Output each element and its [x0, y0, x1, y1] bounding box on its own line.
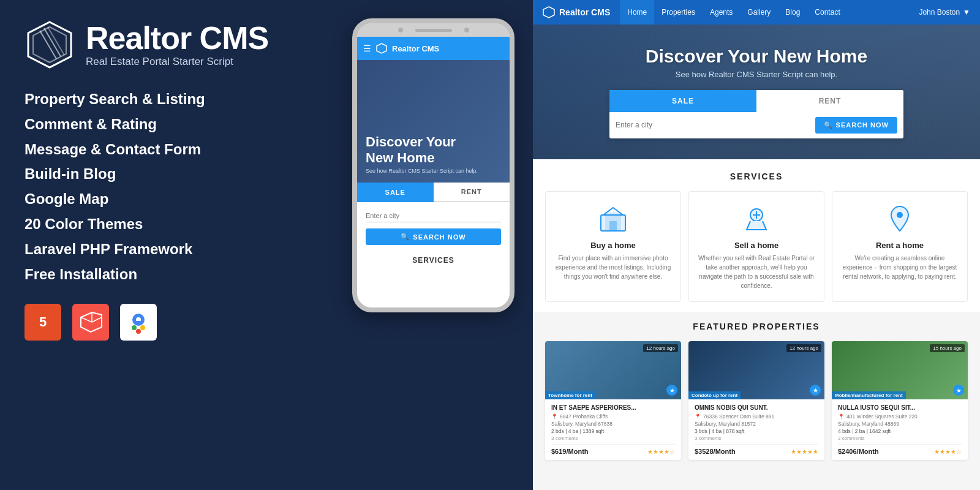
svg-point-19: [897, 212, 903, 218]
property-footer-2: $3528/Month ★★★★★: [695, 444, 818, 455]
site-search-icon: 🔍: [824, 121, 833, 129]
property-card-3[interactable]: Mobile/manufactured for rent 15 hours ag…: [832, 341, 968, 460]
feature-item: 20 Color Themes: [24, 212, 508, 237]
property-info-3: NULLA IUSTO SEQUI SIT... 📍 401 Winder Sq…: [832, 399, 968, 460]
location-icon: 📍: [551, 413, 558, 420]
nav-link-home[interactable]: Home: [620, 0, 654, 24]
feature-item: Build-in Blog: [24, 162, 508, 187]
site-logo-text: Realtor CMS: [559, 7, 610, 17]
site-hero-content: Discover Your New Home See how Realtor C…: [533, 46, 980, 138]
property-specs-1: 2 bds | 4 ba | 1389 sqft: [551, 428, 675, 434]
nav-link-agents[interactable]: Agents: [703, 0, 740, 24]
user-name: John Boston: [919, 8, 960, 17]
property-fav-3[interactable]: ★: [953, 385, 964, 396]
svg-point-8: [132, 325, 137, 330]
property-time-1: 12 hours ago: [643, 344, 678, 352]
property-specs-3: 4 bds | 2 ba | 1642 sqft: [838, 428, 962, 434]
rent-home-icon: [884, 203, 916, 235]
site-tab-sale[interactable]: SALE: [609, 90, 756, 112]
property-price-3: $2406/Month: [838, 448, 879, 455]
service-card-sell: Sell a home Whether you sell with Real E…: [688, 191, 824, 302]
site-tab-rent[interactable]: RENT: [756, 90, 903, 112]
logo-row: Realtor CMS Real Estate Portal Starter S…: [24, 20, 508, 70]
svg-marker-12: [543, 7, 554, 18]
site-city-input[interactable]: [616, 121, 810, 129]
property-address1-2: 📍 76336 Spencer Dam Suite 891: [695, 413, 818, 420]
service-rent-desc: We're creating a seamless online experie…: [841, 254, 959, 281]
service-rent-title: Rent a home: [841, 241, 959, 250]
property-stars-2: ★★★★★: [791, 448, 818, 455]
property-card-2[interactable]: Condoto up for rent 12 hours ago ★ OMNIS…: [688, 341, 824, 460]
site-navigation: Realtor CMS Home Properties Agents Galle…: [533, 0, 980, 24]
property-price-2: $3528/Month: [695, 448, 736, 455]
svg-marker-1: [33, 27, 66, 62]
property-address2-3: Salisbury, Maryland 48869: [838, 421, 962, 427]
property-name-1: IN ET SAEPE ASPERIORES...: [551, 404, 675, 411]
svg-line-4: [48, 27, 64, 55]
site-search-button[interactable]: 🔍 SEARCH NOW: [815, 117, 897, 134]
html5-icon: 5: [24, 304, 61, 341]
property-image-3: Mobile/manufactured for rent 15 hours ag…: [832, 341, 968, 399]
sell-home-icon: [741, 203, 772, 235]
buy-home-icon: [597, 203, 629, 235]
site-logo: Realtor CMS: [543, 6, 610, 18]
property-specs-2: 3 bds | 4 ba | 878 sqft: [695, 428, 818, 434]
nav-link-gallery[interactable]: Gallery: [740, 0, 778, 24]
property-card-1[interactable]: Townhome for rent 12 hours ago ★ IN ET S…: [545, 341, 681, 460]
site-search-box: SALE RENT 🔍 SEARCH NOW: [609, 90, 903, 138]
property-time-2: 12 hours ago: [786, 344, 821, 352]
property-info-2: OMNIS NOBIS QUI SUNT. 📍 76336 Spencer Da…: [688, 399, 824, 460]
nav-link-contact[interactable]: Contact: [807, 0, 847, 24]
site-hero-subtitle: See how Realtor CMS Starter Script can h…: [533, 70, 980, 79]
property-stars-1: ★★★★☆: [647, 448, 675, 455]
services-grid: Buy a home Find your place with an immer…: [545, 191, 968, 302]
service-buy-title: Buy a home: [554, 241, 672, 250]
property-image-1: Townhome for rent 12 hours ago ★: [545, 341, 681, 399]
service-sell-title: Sell a home: [698, 241, 815, 250]
property-fav-2[interactable]: ★: [810, 385, 821, 396]
site-logo-icon: [543, 6, 555, 18]
services-section: SERVICES Buy a home Find your place with…: [533, 159, 980, 312]
featured-grid: Townhome for rent 12 hours ago ★ IN ET S…: [545, 341, 968, 460]
laravel-icon: [72, 304, 109, 341]
site-search-tabs: SALE RENT: [609, 90, 903, 112]
property-comments-2: 3 comments: [695, 435, 818, 441]
svg-marker-0: [28, 22, 71, 67]
property-time-3: 15 hours ago: [930, 344, 965, 352]
services-title: SERVICES: [545, 172, 968, 181]
logo-hex-icon: [24, 20, 75, 70]
property-address2-1: Salisbury, Maryland 67638: [551, 421, 675, 427]
site-hero-title: Discover Your New Home: [533, 46, 980, 67]
property-badge-3: Mobile/manufactured for rent: [832, 391, 906, 399]
tech-icons-row: 5: [24, 304, 508, 341]
property-footer-3: $2406/Month ★★★★☆: [838, 444, 962, 455]
features-list: Property Search & Listing Comment & Rati…: [24, 87, 508, 287]
property-footer-1: $619/Month ★★★★☆: [551, 444, 675, 455]
property-name-2: OMNIS NOBIS QUI SUNT.: [695, 404, 818, 411]
service-sell-desc: Whether you sell with Real Estate Portal…: [698, 254, 815, 290]
property-name-3: NULLA IUSTO SEQUI SIT...: [838, 404, 962, 411]
logo-title: Realtor CMS: [86, 21, 268, 55]
featured-section: FEATURED PROPERTIES Townhome for rent 12…: [533, 312, 980, 470]
service-buy-desc: Find your place with an immersive photo …: [554, 254, 672, 281]
site-nav-links: Home Properties Agents Gallery Blog Cont…: [620, 0, 919, 24]
property-address2-2: Salisbury, Maryland 81572: [695, 421, 818, 427]
feature-item: Laravel PHP Framework: [24, 237, 508, 262]
feature-item: Property Search & Listing: [24, 87, 508, 112]
featured-title: FEATURED PROPERTIES: [545, 322, 968, 331]
nav-link-blog[interactable]: Blog: [778, 0, 807, 24]
property-price-1: $619/Month: [551, 448, 589, 455]
site-nav-user[interactable]: John Boston ▼: [919, 8, 970, 17]
feature-item: Comment & Rating: [24, 112, 508, 137]
property-address1-3: 📍 401 Winder Squares Suite 220: [838, 413, 962, 420]
svg-rect-15: [609, 221, 617, 231]
site-search-row: 🔍 SEARCH NOW: [609, 112, 903, 138]
property-comments-1: 3 comments: [551, 435, 675, 441]
left-panel: Realtor CMS Real Estate Portal Starter S…: [0, 0, 533, 490]
nav-link-properties[interactable]: Properties: [654, 0, 703, 24]
site-hero: Discover Your New Home See how Realtor C…: [533, 24, 980, 159]
service-card-rent: Rent a home We're creating a seamless on…: [832, 191, 968, 302]
logo-subtitle: Real Estate Portal Starter Script: [86, 56, 268, 68]
property-image-2: Condoto up for rent 12 hours ago ★: [688, 341, 824, 399]
property-fav-1[interactable]: ★: [666, 385, 677, 396]
